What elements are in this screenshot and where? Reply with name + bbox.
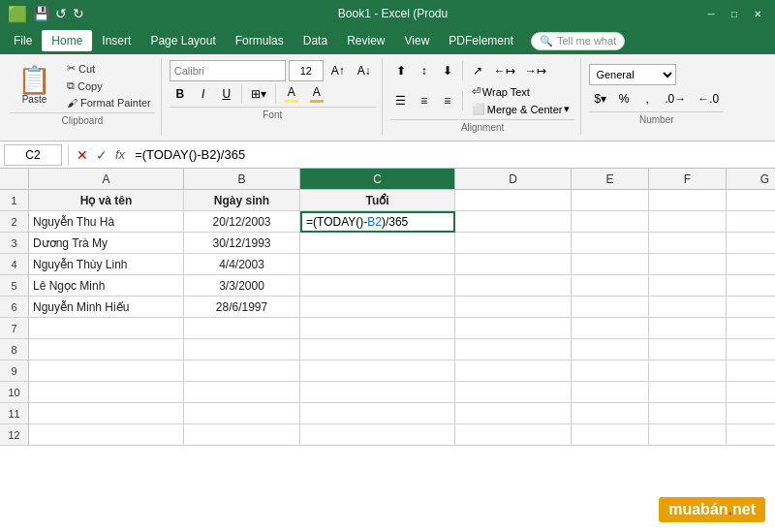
- row-num-3[interactable]: 3: [0, 233, 29, 254]
- cell-c11[interactable]: [300, 403, 455, 424]
- cell-d1[interactable]: [455, 190, 572, 211]
- cell-c1[interactable]: Tuổi: [300, 190, 455, 211]
- cell-f11[interactable]: [649, 403, 727, 424]
- col-header-d[interactable]: D: [455, 169, 572, 190]
- cell-e2[interactable]: [572, 211, 649, 233]
- cell-f5[interactable]: [649, 275, 727, 297]
- cell-g4[interactable]: [727, 254, 775, 275]
- menu-home[interactable]: Home: [42, 30, 92, 51]
- cell-e12[interactable]: [572, 424, 649, 446]
- cell-a3[interactable]: Dương Trà My: [29, 233, 184, 254]
- cell-e5[interactable]: [572, 275, 649, 297]
- cell-c4[interactable]: [300, 254, 455, 275]
- menu-insert[interactable]: Insert: [92, 30, 140, 51]
- cell-c5[interactable]: [300, 275, 455, 297]
- col-header-e[interactable]: E: [572, 169, 649, 190]
- minimize-button[interactable]: ─: [701, 6, 721, 21]
- cell-f3[interactable]: [649, 233, 727, 254]
- cell-e7[interactable]: [572, 318, 649, 339]
- cell-c9[interactable]: [300, 360, 455, 382]
- cell-d9[interactable]: [455, 360, 572, 382]
- menu-review[interactable]: Review: [337, 30, 394, 51]
- indent-increase-button[interactable]: →↦: [521, 60, 550, 81]
- cell-f9[interactable]: [649, 360, 727, 382]
- align-center-button[interactable]: ≡: [414, 90, 435, 111]
- cell-b12[interactable]: [184, 424, 300, 446]
- bold-button[interactable]: B: [170, 83, 191, 105]
- cell-g6[interactable]: [727, 297, 775, 318]
- align-left-button[interactable]: ☰: [390, 90, 412, 111]
- col-header-b[interactable]: B: [184, 169, 300, 190]
- format-painter-button[interactable]: 🖌 Format Painter: [63, 95, 155, 110]
- col-header-c[interactable]: C: [300, 169, 455, 190]
- cell-g7[interactable]: [727, 318, 775, 339]
- menu-formulas[interactable]: Formulas: [226, 30, 294, 51]
- cell-c7[interactable]: [300, 318, 455, 339]
- font-size-input[interactable]: [289, 60, 324, 81]
- underline-button[interactable]: U: [216, 83, 237, 105]
- cell-e4[interactable]: [572, 254, 649, 275]
- cell-f12[interactable]: [649, 424, 727, 446]
- insert-function-button[interactable]: fx: [113, 147, 127, 162]
- comma-button[interactable]: ,: [636, 88, 658, 110]
- align-right-button[interactable]: ≡: [437, 90, 458, 111]
- cell-g11[interactable]: [727, 403, 775, 424]
- cell-b9[interactable]: [184, 360, 300, 382]
- cell-b8[interactable]: [184, 339, 300, 360]
- cell-b2[interactable]: 20/12/2003: [184, 211, 300, 233]
- decrease-font-size-button[interactable]: A↓: [353, 60, 376, 81]
- cell-c10[interactable]: [300, 382, 455, 403]
- cell-c12[interactable]: [300, 424, 455, 446]
- row-num-10[interactable]: 10: [0, 382, 29, 403]
- indent-decrease-button[interactable]: ←↦: [490, 60, 519, 81]
- cell-c8[interactable]: [300, 339, 455, 360]
- cell-d5[interactable]: [455, 275, 572, 297]
- cell-d10[interactable]: [455, 382, 572, 403]
- cell-a11[interactable]: [29, 403, 184, 424]
- cell-d6[interactable]: [455, 297, 572, 318]
- cell-b4[interactable]: 4/4/2003: [184, 254, 300, 275]
- col-header-f[interactable]: F: [649, 169, 727, 190]
- row-num-1[interactable]: 1: [0, 190, 29, 211]
- merge-center-button[interactable]: ⬜ Merge & Center ▾: [467, 101, 575, 117]
- cell-reference-input[interactable]: [4, 144, 62, 166]
- cell-d3[interactable]: [455, 233, 572, 254]
- row-num-4[interactable]: 4: [0, 254, 29, 275]
- wrap-text-button[interactable]: ⏎ Wrap Text: [467, 83, 575, 100]
- increase-font-size-button[interactable]: A↑: [326, 60, 350, 81]
- font-color-button[interactable]: A: [305, 83, 328, 105]
- row-num-12[interactable]: 12: [0, 424, 29, 446]
- cell-g1[interactable]: [727, 190, 775, 211]
- cell-g5[interactable]: [727, 275, 775, 297]
- cell-g8[interactable]: [727, 339, 775, 360]
- cell-a1[interactable]: Họ và tên: [29, 190, 184, 211]
- cell-a7[interactable]: [29, 318, 184, 339]
- align-top-button[interactable]: ⬆: [390, 60, 412, 81]
- row-num-11[interactable]: 11: [0, 403, 29, 424]
- cell-d7[interactable]: [455, 318, 572, 339]
- cell-e8[interactable]: [572, 339, 649, 360]
- cell-g10[interactable]: [727, 382, 775, 403]
- formula-input[interactable]: [131, 147, 771, 162]
- cell-c6[interactable]: [300, 297, 455, 318]
- cell-e1[interactable]: [572, 190, 649, 211]
- italic-button[interactable]: I: [193, 83, 214, 105]
- cell-b7[interactable]: [184, 318, 300, 339]
- cell-f8[interactable]: [649, 339, 727, 360]
- cell-g9[interactable]: [727, 360, 775, 382]
- fill-color-button[interactable]: A: [280, 83, 303, 105]
- cell-g12[interactable]: [727, 424, 775, 446]
- cell-a5[interactable]: Lê Ngọc Minh: [29, 275, 184, 297]
- close-button[interactable]: ✕: [748, 6, 767, 21]
- cell-a9[interactable]: [29, 360, 184, 382]
- cell-e10[interactable]: [572, 382, 649, 403]
- row-num-6[interactable]: 6: [0, 297, 29, 318]
- cell-c2[interactable]: =(TODAY()-B2)/365: [300, 211, 455, 233]
- text-direction-button[interactable]: ↗: [467, 60, 488, 81]
- number-format-select[interactable]: General Number: [589, 64, 676, 85]
- cell-a2[interactable]: Nguyễn Thu Hà: [29, 211, 184, 233]
- cell-a12[interactable]: [29, 424, 184, 446]
- cell-d12[interactable]: [455, 424, 572, 446]
- cell-e11[interactable]: [572, 403, 649, 424]
- border-dropdown[interactable]: ⊞▾: [246, 83, 271, 105]
